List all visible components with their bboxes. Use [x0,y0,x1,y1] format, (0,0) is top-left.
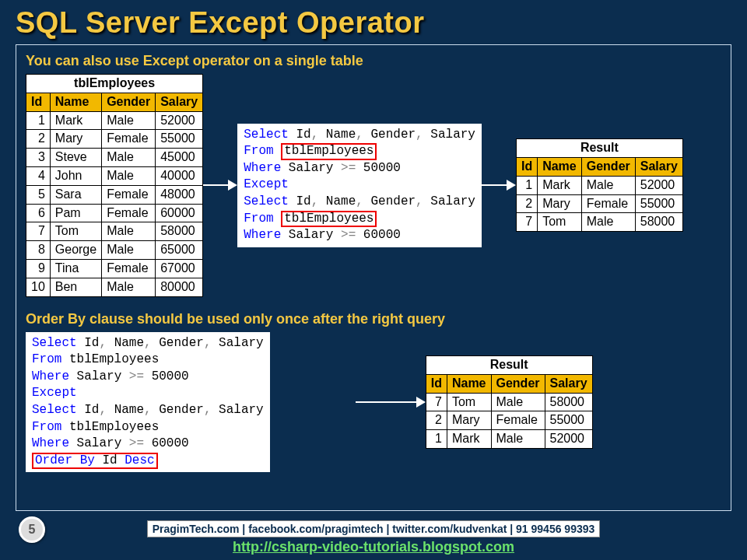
table-cell: 4 [26,166,51,185]
table-cell: 58000 [156,222,203,241]
table-result-2: Result Id Name Gender Salary 7TomMale580… [426,355,593,449]
table-cell: Pam [50,204,101,222]
table-cell: Female [102,204,156,222]
table-cell: 65000 [156,241,203,260]
col-header: Id [426,374,447,393]
table-row: 9TinaFemale67000 [26,259,203,278]
table-cell: Male [581,176,635,194]
col-header: Salary [545,374,592,393]
col-header: Gender [581,158,635,177]
table-cell: 52000 [635,176,682,194]
table-cell: 55000 [156,130,203,149]
table-row: 7TomMale58000 [426,393,592,411]
table-cell: 60000 [156,204,203,222]
table-cell: 58000 [545,393,592,411]
table-cell: Female [102,259,156,278]
table-cell: Tom [447,393,491,411]
table-cell: Mark [538,176,582,194]
col-header: Salary [635,158,682,177]
table-body: 1MarkMale520002MaryFemale550003SteveMale… [26,111,203,296]
table-cell: 1 [426,430,447,449]
table-cell: 40000 [156,166,203,185]
table-row: 10BenMale80000 [26,278,203,296]
table-title: Result [426,355,592,374]
table-cell: Mary [538,194,582,213]
col-header: Gender [102,93,156,111]
table-cell: 3 [26,149,51,167]
table-row: 2MaryFemale55000 [26,130,203,149]
table-cell: Steve [50,149,101,167]
col-header: Gender [491,374,545,393]
table-cell: 5 [26,185,51,204]
table-cell: 58000 [635,213,682,232]
table-cell: Female [102,185,156,204]
table-cell: 6 [26,204,51,222]
table-cell: 52000 [156,111,203,130]
note-except-single-table: You can also use Except operator on a si… [26,53,721,69]
highlight-orderby: Order By Id Desc [32,453,158,470]
table-tblemployees: tblEmployees Id Name Gender Salary 1Mark… [26,74,203,297]
table-cell: 1 [26,111,51,130]
table-cell: 2 [516,194,537,213]
example-row-2: Select Id, Name, Gender, Salary From tbl… [26,332,721,473]
table-cell: George [50,241,101,260]
table-row: 8GeorgeMale65000 [26,241,203,260]
table-row: 7TomMale58000 [516,213,682,232]
table-cell: 7 [426,393,447,411]
footer: PragimTech.com | facebook.com/pragimtech… [0,520,747,555]
footer-link[interactable]: http://csharp-video-tutorials.blogspot.c… [0,539,747,555]
table-result-1: Result Id Name Gender Salary 1MarkMale52… [516,138,683,232]
col-header: Salary [156,93,203,111]
table-cell: Female [581,194,635,213]
table-cell: Male [491,393,545,411]
table-cell: 80000 [156,278,203,296]
table-cell: Tom [538,213,582,232]
table-cell: Male [102,111,156,130]
arrow-icon [203,180,237,191]
table-cell: Male [491,430,545,449]
highlight-tablename: tblEmployees [281,143,377,160]
table-cell: 48000 [156,185,203,204]
table-row: 6PamFemale60000 [26,204,203,222]
table-row: 4JohnMale40000 [26,166,203,185]
table-row: 1MarkMale52000 [26,111,203,130]
table-row: 1MarkMale52000 [516,176,682,194]
sql-query-1: Select Id, Name, Gender, Salary From tbl… [237,124,482,247]
table-cell: 7 [26,222,51,241]
table-row: 2MaryFemale55000 [516,194,682,213]
table-row: 1MarkMale52000 [426,430,592,449]
col-header: Name [50,93,101,111]
col-header: Name [447,374,491,393]
table-cell: John [50,166,101,185]
table-cell: Male [102,149,156,167]
table-title: tblEmployees [26,75,203,93]
table-cell: 10 [26,278,51,296]
table-cell: 1 [516,176,537,194]
table-cell: Mary [50,130,101,149]
table-cell: Mary [447,411,491,430]
table-cell: 52000 [545,430,592,449]
col-header: Id [26,93,51,111]
table-cell: Tom [50,222,101,241]
table-row: 2MaryFemale55000 [426,411,592,430]
table-cell: 55000 [545,411,592,430]
col-header: Id [516,158,537,177]
table-row: 5SaraFemale48000 [26,185,203,204]
table-cell: Male [581,213,635,232]
table-row: 7TomMale58000 [26,222,203,241]
sql-query-2: Select Id, Name, Gender, Salary From tbl… [26,332,270,473]
content-box: You can also use Except operator on a si… [16,44,731,511]
arrow-icon [356,397,426,408]
table-cell: Mark [447,430,491,449]
note-orderby: Order By clause should be used only once… [26,311,721,327]
table-cell: 67000 [156,259,203,278]
example-row-1: tblEmployees Id Name Gender Salary 1Mark… [26,74,721,297]
table-cell: 2 [426,411,447,430]
table-cell: 55000 [635,194,682,213]
col-header: Name [538,158,582,177]
table-cell: 2 [26,130,51,149]
highlight-tablename: tblEmployees [281,211,377,228]
table-body: 1MarkMale520002MaryFemale550007TomMale58… [516,176,682,231]
table-cell: 45000 [156,149,203,167]
table-cell: Female [102,130,156,149]
